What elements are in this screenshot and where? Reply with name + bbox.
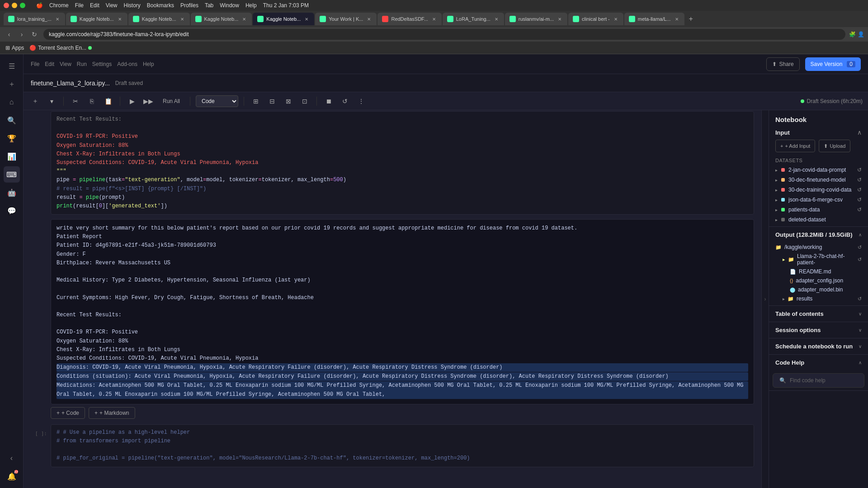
- dataset-item-0[interactable]: ▸ 2-jan-covid-data-prompt ↺: [769, 165, 868, 175]
- dataset-refresh-4[interactable]: ↺: [857, 206, 862, 213]
- layout-btn-1[interactable]: ⊞: [250, 95, 262, 108]
- profile-icon[interactable]: 👤: [858, 31, 864, 38]
- tree-results[interactable]: ▸ 📁 results ↺: [775, 294, 862, 305]
- close-button[interactable]: [4, 3, 9, 8]
- add-code-button[interactable]: + + Code: [51, 407, 85, 419]
- add-cell-button[interactable]: ＋: [29, 95, 42, 108]
- menu-help[interactable]: Help: [245, 2, 257, 9]
- cell-1-code[interactable]: Recent Test Results: COVID-19 RT-PCR: Po…: [51, 111, 754, 215]
- tab-3[interactable]: Kaggle Noteb... ✕: [191, 13, 252, 25]
- tree-adapter-model[interactable]: ⬤ adapter_model.bin: [775, 285, 862, 294]
- view-menu[interactable]: View: [60, 61, 71, 67]
- share-button[interactable]: ⬆ Share: [766, 57, 800, 71]
- layout-btn-3[interactable]: ⊠: [282, 95, 295, 108]
- url-bar[interactable]: kaggle.com/code/rajp7383/finetune-llama-…: [43, 29, 845, 40]
- dataset-refresh-2[interactable]: ↺: [857, 187, 862, 193]
- code-help-search-bar[interactable]: 🔍: [773, 373, 864, 388]
- bookmark-apps[interactable]: ⊞ Apps: [5, 45, 24, 51]
- tab-0[interactable]: lora_training_... ✕: [4, 13, 65, 25]
- dataset-item-2[interactable]: ▸ 30-dec-training-covid-data ↺: [769, 185, 868, 195]
- notebook-area[interactable]: Recent Test Results: COVID-19 RT-PCR: Po…: [24, 110, 761, 488]
- bookmark-torrent[interactable]: 🔴 Torrent Search En...: [29, 45, 92, 51]
- dataset-refresh-1[interactable]: ↺: [857, 177, 862, 183]
- collapse-panel-button[interactable]: ›: [761, 110, 769, 488]
- tree-refresh-results[interactable]: ↺: [858, 296, 862, 302]
- tab-close-4[interactable]: ✕: [303, 16, 310, 22]
- input-collapse-button[interactable]: ∧: [857, 129, 862, 136]
- sidebar-code-icon[interactable]: ⌨: [4, 166, 20, 183]
- tab-close-1[interactable]: ✕: [117, 16, 123, 22]
- toc-header[interactable]: Table of contents ∨: [769, 306, 868, 322]
- add-markdown-button[interactable]: + + Markdown: [89, 407, 135, 419]
- tab-close-0[interactable]: ✕: [54, 16, 61, 22]
- menu-tab[interactable]: Tab: [205, 2, 213, 9]
- run-all-button[interactable]: Run All: [158, 95, 184, 108]
- restart-button[interactable]: ↺: [339, 95, 351, 108]
- menu-window[interactable]: Window: [220, 2, 239, 9]
- tab-5[interactable]: Your Work | K... ✕: [315, 13, 377, 25]
- add-input-button[interactable]: + + Add Input: [775, 140, 815, 152]
- new-tab-button[interactable]: +: [685, 15, 697, 23]
- menu-profiles[interactable]: Profiles: [180, 2, 198, 9]
- window-controls[interactable]: [4, 3, 25, 8]
- layout-btn-2[interactable]: ⊟: [266, 95, 278, 108]
- menu-history[interactable]: History: [124, 2, 141, 9]
- cell-type-select[interactable]: Code Markdown: [196, 95, 238, 107]
- sidebar-competitions-icon[interactable]: 🏆: [4, 130, 20, 146]
- run-menu[interactable]: Run: [77, 61, 87, 67]
- tab-9[interactable]: clinical bert - ✕: [568, 13, 623, 25]
- file-menu[interactable]: File: [31, 61, 39, 67]
- cut-button[interactable]: ✂: [69, 95, 82, 108]
- forward-button[interactable]: ›: [16, 29, 27, 40]
- sidebar-models-icon[interactable]: 🤖: [4, 184, 20, 201]
- sidebar-home-icon[interactable]: ⌂: [4, 94, 20, 110]
- sidebar-datasets-icon[interactable]: 📊: [4, 148, 20, 164]
- menu-view[interactable]: View: [106, 2, 118, 9]
- tree-readme[interactable]: 📄 README.md: [775, 267, 862, 276]
- copy-button[interactable]: ⎘: [85, 95, 98, 108]
- tree-adapter-config[interactable]: {} adapter_config.json: [775, 276, 862, 285]
- upload-button[interactable]: ⬆ Upload: [819, 140, 850, 152]
- menu-bookmarks[interactable]: Bookmarks: [147, 2, 174, 9]
- menu-edit[interactable]: Edit: [90, 2, 99, 9]
- tab-close-6[interactable]: ✕: [431, 16, 437, 22]
- edit-menu[interactable]: Edit: [45, 61, 54, 67]
- reload-button[interactable]: ↻: [29, 29, 40, 40]
- dataset-refresh-0[interactable]: ↺: [857, 167, 862, 173]
- back-button[interactable]: ‹: [4, 29, 14, 40]
- tree-refresh-root[interactable]: ↺: [858, 244, 862, 250]
- tab-close-2[interactable]: ✕: [179, 16, 185, 22]
- sidebar-notifications-icon[interactable]: 🔔 27: [4, 468, 20, 484]
- tab-close-5[interactable]: ✕: [366, 16, 372, 22]
- save-version-button[interactable]: Save Version 0: [805, 57, 861, 71]
- tab-8[interactable]: ruslanmv/ai-m... ✕: [505, 13, 567, 25]
- run-all-skip-button[interactable]: ▶▶: [142, 95, 155, 108]
- tab-close-9[interactable]: ✕: [613, 16, 619, 22]
- sidebar-search-icon[interactable]: 🔍: [4, 112, 20, 128]
- code-help-search-input[interactable]: [790, 377, 858, 384]
- tree-llama-folder[interactable]: ▸ 📁 Llama-2-7b-chat-hf-patient- ↺: [775, 252, 862, 267]
- tab-6[interactable]: RedDeltasSDF... ✕: [377, 13, 441, 25]
- tab-close-7[interactable]: ✕: [493, 16, 500, 22]
- tab-close-3[interactable]: ✕: [241, 16, 247, 22]
- extensions-icon[interactable]: 🧩: [849, 31, 856, 38]
- menu-apple[interactable]: 🍎: [36, 2, 43, 9]
- tree-refresh-llama[interactable]: ↺: [858, 257, 862, 263]
- tab-4[interactable]: Kaggle Noteb... ✕: [253, 13, 314, 25]
- maximize-button[interactable]: [20, 3, 25, 8]
- tab-2[interactable]: Kaggle Noteb... ✕: [128, 13, 190, 25]
- dataset-item-1[interactable]: ▸ 30-dec-finetuned-model ↺: [769, 175, 868, 185]
- menu-file[interactable]: File: [75, 2, 84, 9]
- output-header[interactable]: Output (128.2MiB / 19.5GiB) ∧: [769, 227, 868, 243]
- sidebar-menu-icon[interactable]: ☰: [4, 58, 20, 74]
- sidebar-chevron-icon[interactable]: ‹: [4, 450, 20, 466]
- interrupt-button[interactable]: ⏹: [322, 95, 335, 108]
- menu-chrome[interactable]: Chrome: [49, 2, 69, 9]
- sidebar-discuss-icon[interactable]: 💬: [4, 202, 20, 219]
- code-help-header[interactable]: Code Help ∧: [769, 355, 868, 371]
- tab-10[interactable]: meta-llama/L... ✕: [624, 13, 684, 25]
- tab-7[interactable]: LoRA_Tuning... ✕: [443, 13, 504, 25]
- dataset-refresh-3[interactable]: ↺: [857, 197, 862, 203]
- help-menu[interactable]: Help: [143, 61, 154, 67]
- session-options-header[interactable]: Session options ∨: [769, 322, 868, 338]
